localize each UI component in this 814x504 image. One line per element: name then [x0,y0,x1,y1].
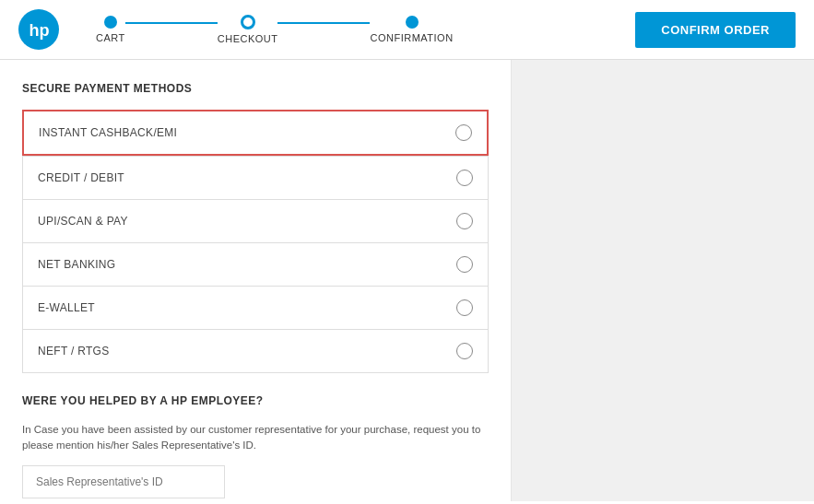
payment-option-cashback-emi[interactable]: INSTANT CASHBACK/EMI [22,110,489,156]
step-cart-label: CART [96,32,125,43]
payment-section-title: SECURE PAYMENT METHODS [22,82,489,95]
payment-option-cashback-emi-label: INSTANT CASHBACK/EMI [39,126,177,139]
step-checkout[interactable]: CHECKOUT [218,15,278,44]
employee-section: WERE YOU HELPED BY A HP EMPLOYEE? In Cas… [22,394,489,498]
payment-option-ewallet-radio [456,299,473,316]
payment-option-neft-rtgs-radio [456,343,473,359]
step-checkout-dot [241,15,255,29]
payment-option-ewallet-label: E-WALLET [38,301,95,314]
payment-section: SECURE PAYMENT METHODS INSTANT CASHBACK/… [22,82,489,372]
payment-option-upi-label: UPI/SCAN & PAY [38,215,128,228]
confirm-order-button[interactable]: CONFIRM ORDER [635,12,796,48]
payment-option-credit-debit[interactable]: CREDIT / DEBIT [22,156,489,200]
step-cart[interactable]: CART [96,16,125,43]
step-confirmation[interactable]: CONFIRMATION [370,16,453,43]
payment-option-net-banking-radio [456,256,473,273]
step-cart-dot [104,16,117,29]
payment-option-upi[interactable]: UPI/SCAN & PAY [22,199,489,243]
stepper: CART CHECKOUT CONFIRMATION [96,15,635,44]
employee-description: In Case you have been assisted by our cu… [22,422,489,454]
payment-option-ewallet[interactable]: E-WALLET [22,286,489,330]
svg-text:hp: hp [29,21,50,40]
payment-option-neft-rtgs[interactable]: NEFT / RTGS [22,329,489,373]
payment-option-cashback-emi-radio [455,124,472,141]
step-line-1 [125,22,218,24]
main-content: SECURE PAYMENT METHODS INSTANT CASHBACK/… [0,60,814,501]
payment-option-credit-debit-radio [456,170,473,186]
step-line-2 [277,22,370,24]
employee-section-title: WERE YOU HELPED BY A HP EMPLOYEE? [22,394,489,407]
sales-rep-input[interactable] [22,465,225,498]
left-panel: SECURE PAYMENT METHODS INSTANT CASHBACK/… [0,60,512,501]
step-checkout-label: CHECKOUT [218,33,278,44]
right-panel [512,60,814,501]
header: hp CART CHECKOUT CONFIRMATION CONFIRM OR… [0,0,814,60]
payment-options-list: INSTANT CASHBACK/EMI CREDIT / DEBIT UPI/… [22,110,489,372]
hp-logo[interactable]: hp [18,9,59,50]
payment-option-credit-debit-label: CREDIT / DEBIT [38,171,124,184]
payment-option-neft-rtgs-label: NEFT / RTGS [38,345,110,357]
payment-option-net-banking[interactable]: NET BANKING [22,242,489,287]
step-confirmation-label: CONFIRMATION [370,32,453,43]
payment-option-net-banking-label: NET BANKING [38,258,115,271]
step-confirmation-dot [406,16,419,29]
payment-option-upi-radio [456,213,473,229]
